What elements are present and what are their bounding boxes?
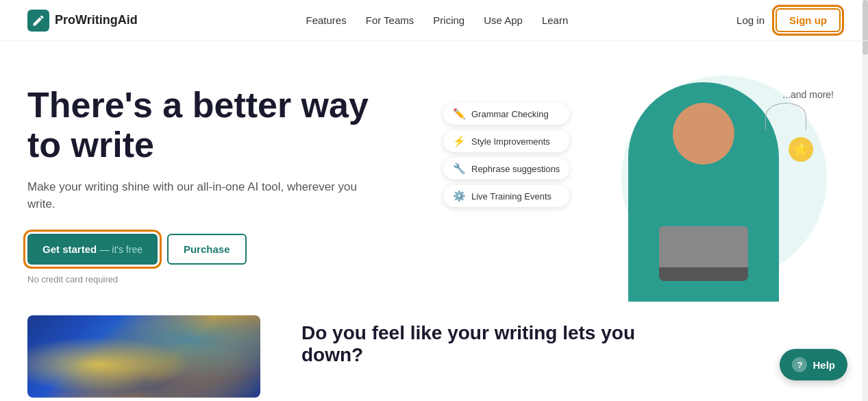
rephrase-icon: 🔧 xyxy=(453,162,466,175)
style-icon: ⚡ xyxy=(453,135,466,147)
and-more-text: ...and more! xyxy=(782,89,834,100)
bottom-heading: Do you feel like your writing lets you d… xyxy=(301,322,644,366)
hero-title: There's a better way to write xyxy=(27,86,384,164)
bottom-section: Do you feel like your writing lets you d… xyxy=(0,315,868,401)
login-link[interactable]: Log in xyxy=(736,14,765,26)
signup-button[interactable]: Sign up xyxy=(776,8,841,32)
help-label: Help xyxy=(813,359,835,371)
get-started-button[interactable]: Get started — it's free xyxy=(27,234,158,265)
nav-learn[interactable]: Learn xyxy=(542,14,568,26)
pill-grammar: ✏️ Grammar Checking xyxy=(443,103,569,125)
pill-rephrase: 🔧 Rephrase suggestions xyxy=(443,158,569,180)
no-credit-card-note: No credit card required xyxy=(27,274,384,284)
star-badge: ⭐ xyxy=(789,137,813,162)
hero-buttons: Get started — it's free Purchase xyxy=(27,234,384,265)
hero-section: There's a better way to write Make your … xyxy=(0,41,868,315)
help-button[interactable]: ? Help xyxy=(780,349,847,380)
nav-actions: Log in Sign up xyxy=(736,8,841,32)
help-icon-glyph: ? xyxy=(797,360,803,370)
rephrase-label: Rephrase suggestions xyxy=(471,164,560,174)
nav-links: Features For Teams Pricing Use App Learn xyxy=(306,14,569,26)
bottom-right: Do you feel like your writing lets you d… xyxy=(301,315,644,366)
purchase-button[interactable]: Purchase xyxy=(167,234,247,265)
painting-swirl xyxy=(27,315,260,398)
style-label: Style Improvements xyxy=(471,136,550,147)
help-icon: ? xyxy=(792,357,807,372)
get-started-label: Get started xyxy=(42,243,97,255)
nav-for-teams[interactable]: For Teams xyxy=(366,14,414,26)
pill-training: ⚙️ Live Training Events xyxy=(443,185,569,207)
nav-use-app[interactable]: Use App xyxy=(484,14,523,26)
logo-icon xyxy=(27,10,49,32)
person-head xyxy=(673,103,734,165)
painting-bg xyxy=(27,315,260,398)
person-silhouette xyxy=(628,82,779,302)
pill-style: ⚡ Style Improvements xyxy=(443,130,569,152)
and-more-curve xyxy=(765,103,806,130)
person-body xyxy=(645,171,762,302)
logo-link[interactable]: ProWritingAid xyxy=(27,10,138,32)
scrollbar[interactable] xyxy=(863,0,868,401)
hero-person xyxy=(621,69,786,302)
grammar-icon: ✏️ xyxy=(453,108,466,120)
feature-pills: ✏️ Grammar Checking ⚡ Style Improvements… xyxy=(443,103,569,207)
laptop-screen xyxy=(659,226,748,267)
nav-features[interactable]: Features xyxy=(306,14,347,26)
navbar: ProWritingAid Features For Teams Pricing… xyxy=(0,0,868,41)
brand-name: ProWritingAid xyxy=(55,13,138,27)
laptop xyxy=(659,226,748,281)
training-label: Live Training Events xyxy=(471,191,551,202)
painting-image xyxy=(27,315,260,398)
hero-subtitle: Make your writing shine with our all-in-… xyxy=(27,178,384,213)
free-label: — it's free xyxy=(99,244,142,255)
grammar-label: Grammar Checking xyxy=(471,109,549,119)
training-icon: ⚙️ xyxy=(453,190,466,202)
hero-illustration: ✏️ Grammar Checking ⚡ Style Improvements… xyxy=(443,69,841,302)
hero-left: There's a better way to write Make your … xyxy=(27,86,384,284)
nav-pricing[interactable]: Pricing xyxy=(433,14,464,26)
